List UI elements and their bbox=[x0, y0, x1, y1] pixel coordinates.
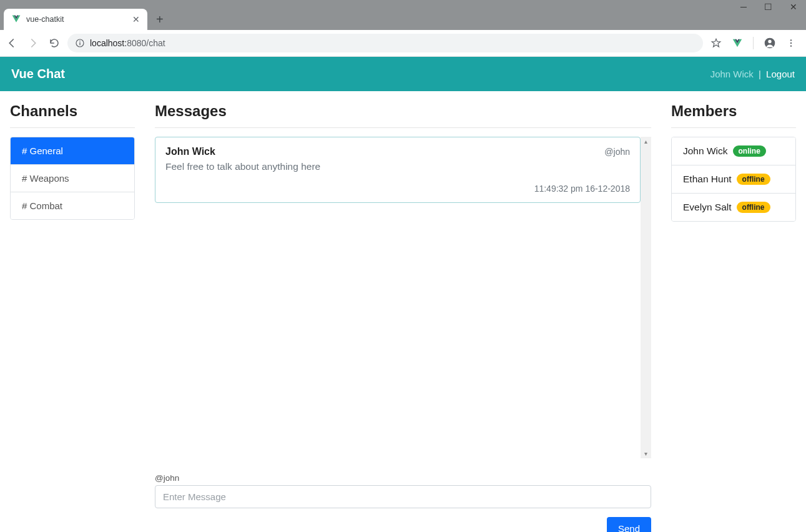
bookmark-star-icon[interactable] bbox=[710, 37, 722, 49]
app-title: Vue Chat bbox=[11, 67, 65, 81]
channel-general[interactable]: # General bbox=[11, 137, 134, 164]
message-input[interactable] bbox=[155, 485, 651, 508]
message-body: Feel free to talk about anything here bbox=[165, 161, 630, 172]
status-badge-online: online bbox=[733, 145, 766, 157]
browser-toolbar: localhost:8080/chat bbox=[0, 30, 806, 57]
channel-weapons[interactable]: # Weapons bbox=[11, 164, 134, 192]
app-body: Channels # General # Weapons # Combat Me… bbox=[0, 91, 806, 532]
messages-column: Messages John Wick @john Feel free to ta… bbox=[155, 102, 651, 532]
messages-list: John Wick @john Feel free to talk about … bbox=[155, 137, 641, 458]
tab-title: vue-chatkit bbox=[26, 15, 127, 24]
nav-buttons bbox=[6, 37, 60, 49]
member-name: Ethan Hunt bbox=[683, 174, 732, 185]
site-info-icon[interactable] bbox=[75, 38, 85, 48]
message-handle: @john bbox=[604, 147, 630, 157]
kebab-menu-icon[interactable] bbox=[786, 38, 796, 48]
window-minimize-icon[interactable]: ─ bbox=[740, 2, 747, 11]
toolbar-separator bbox=[753, 37, 754, 49]
svg-point-9 bbox=[790, 39, 792, 41]
scroll-up-icon[interactable]: ▴ bbox=[644, 138, 647, 145]
forward-icon[interactable] bbox=[27, 37, 39, 49]
message-card: John Wick @john Feel free to talk about … bbox=[155, 137, 641, 203]
status-badge-offline: offline bbox=[737, 202, 770, 213]
member-name: Evelyn Salt bbox=[683, 202, 732, 213]
logout-link[interactable]: Logout bbox=[766, 69, 795, 79]
compose-label: @john bbox=[155, 473, 651, 483]
new-tab-button[interactable]: + bbox=[156, 9, 164, 30]
channels-title: Channels bbox=[10, 102, 135, 120]
compose-area: @john Send bbox=[155, 473, 651, 532]
member-row: Ethan Hunt offline bbox=[672, 165, 795, 193]
browser-tab[interactable]: vue-chatkit ✕ bbox=[4, 9, 147, 30]
messages-title: Messages bbox=[155, 102, 651, 120]
status-badge-offline: offline bbox=[737, 174, 770, 185]
message-author: John Wick bbox=[165, 146, 215, 157]
svg-rect-4 bbox=[79, 41, 80, 41]
messages-scroll[interactable]: John Wick @john Feel free to talk about … bbox=[155, 137, 651, 458]
svg-point-10 bbox=[790, 42, 792, 44]
channels-list: # General # Weapons # Combat bbox=[10, 137, 135, 220]
channels-rule bbox=[10, 127, 135, 128]
scroll-down-icon[interactable]: ▾ bbox=[644, 450, 647, 457]
toolbar-right bbox=[710, 37, 800, 49]
back-icon[interactable] bbox=[6, 37, 17, 49]
member-name: John Wick bbox=[683, 145, 728, 157]
send-button[interactable]: Send bbox=[607, 517, 651, 532]
messages-rule bbox=[155, 127, 651, 128]
window-close-icon[interactable]: ✕ bbox=[790, 2, 797, 11]
member-row: Evelyn Salt offline bbox=[672, 193, 795, 221]
browser-chrome: ─ ☐ ✕ vue-chatkit ✕ + localhost:8080/cha… bbox=[0, 0, 806, 57]
members-list: John Wick online Ethan Hunt offline Evel… bbox=[671, 137, 796, 222]
channels-column: Channels # General # Weapons # Combat bbox=[10, 102, 135, 532]
channel-combat[interactable]: # Combat bbox=[11, 192, 134, 219]
member-row: John Wick online bbox=[672, 137, 795, 165]
vue-devtools-icon[interactable] bbox=[732, 37, 743, 49]
window-controls: ─ ☐ ✕ bbox=[0, 0, 806, 9]
app-header: Vue Chat John Wick | Logout bbox=[0, 57, 806, 91]
scrollbar[interactable]: ▴ ▾ bbox=[641, 137, 651, 458]
svg-point-8 bbox=[768, 40, 771, 43]
tab-bar: vue-chatkit ✕ + bbox=[0, 9, 806, 30]
vue-favicon-icon bbox=[11, 14, 21, 24]
reload-icon[interactable] bbox=[49, 37, 60, 49]
members-rule bbox=[671, 127, 796, 128]
header-separator: | bbox=[759, 69, 761, 79]
tab-close-icon[interactable]: ✕ bbox=[132, 14, 140, 24]
svg-point-11 bbox=[790, 45, 792, 46]
url-host: localhost:8080/chat bbox=[90, 38, 165, 48]
profile-avatar-icon[interactable] bbox=[764, 37, 776, 49]
window-maximize-icon[interactable]: ☐ bbox=[764, 2, 772, 11]
members-title: Members bbox=[671, 102, 796, 120]
message-timestamp: 11:49:32 pm 16-12-2018 bbox=[165, 184, 630, 194]
header-username: John Wick bbox=[710, 69, 754, 79]
members-column: Members John Wick online Ethan Hunt offl… bbox=[671, 102, 796, 532]
svg-rect-3 bbox=[79, 42, 80, 46]
header-right: John Wick | Logout bbox=[710, 69, 795, 79]
address-bar[interactable]: localhost:8080/chat bbox=[67, 34, 703, 52]
